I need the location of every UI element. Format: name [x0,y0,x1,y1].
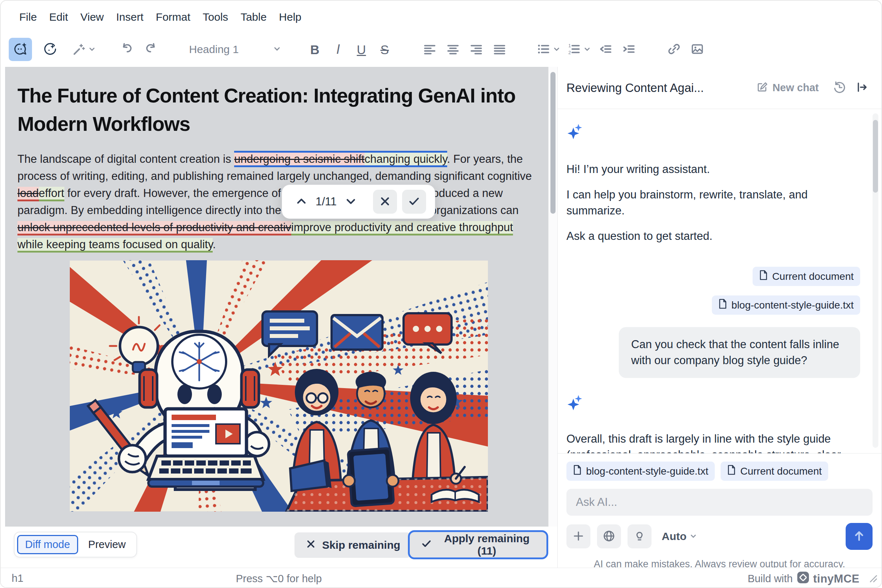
composer-chip-style-guide[interactable]: blog-content-style-guide.txt [566,462,715,481]
branding[interactable]: Build with tinyMCE [747,572,859,586]
indent-icon [621,41,637,58]
attach-button[interactable] [566,524,591,548]
collapse-panel-button[interactable] [851,80,873,95]
menu-help[interactable]: Help [273,8,308,26]
send-arrow-icon [852,529,866,544]
document-icon [759,270,768,283]
conversation-title: Reviewing Content Agai... [566,81,756,95]
assistant-message: I can help you brainstorm, rewrite, tran… [566,187,860,219]
link-icon [666,41,682,58]
italic-button[interactable]: I [326,38,350,61]
format-select[interactable]: Heading 1 [184,38,287,61]
context-chip-style-guide[interactable]: blog-content-style-guide.txt [712,296,860,315]
composer-chip-group: blog-content-style-guide.txt Current doc… [566,462,873,481]
resize-handle-icon[interactable] [868,573,877,584]
chevron-down-icon [344,194,358,209]
model-mode-select[interactable]: Auto [662,530,697,543]
editor-scrollbar-thumb[interactable] [550,72,556,214]
chat-scrollbar-thumb[interactable] [873,120,878,193]
new-chat-button[interactable]: New chat [756,80,819,95]
underline-icon: U [357,43,366,56]
diff-insertion[interactable]: effort [39,187,65,201]
ai-sparkle-icon [566,123,860,142]
diff-insertion-selected[interactable]: changing quickly [365,151,447,167]
link-button[interactable] [663,38,686,61]
chevron-down-icon [583,45,591,54]
send-button[interactable] [846,523,873,550]
check-icon [421,538,432,552]
ai-review-button[interactable] [39,38,62,61]
toolbar: Heading 1 B I U S [9,34,709,64]
align-center-button[interactable] [441,38,464,61]
magic-wand-icon [71,41,87,58]
menu-file[interactable]: File [13,8,43,26]
accept-change-button[interactable] [402,190,426,214]
plus-icon [572,530,585,544]
chat-history-button[interactable] [828,80,851,95]
accessibility-help-text: Press ⌥0 for help [1,572,557,585]
chat-scrollbar [873,113,878,448]
web-search-button[interactable] [597,524,621,548]
editor-scrollbar [548,67,557,526]
chip-label: Current document [772,271,853,282]
app-window: File Edit View Insert Format Tools Table… [0,0,882,588]
preview-toggle[interactable]: Preview [80,535,134,554]
next-change-button[interactable] [344,194,358,209]
globe-icon [602,529,616,544]
redo-button[interactable] [139,38,162,61]
bullet-list-icon [536,41,551,58]
assistant-header: Reviewing Content Agai... New chat [558,67,881,109]
tinymce-logo [797,572,809,586]
suggestions-button[interactable] [628,524,652,548]
diff-mode-toggle[interactable]: Diff mode [17,535,78,554]
menu-insert[interactable]: Insert [110,8,150,26]
numbered-list-button[interactable]: 1 2 [563,38,594,61]
ai-assistant-button[interactable] [9,38,32,61]
ai-assistant-panel: Reviewing Content Agai... New chat [558,67,881,568]
align-right-button[interactable] [464,38,488,61]
skip-remaining-button[interactable]: Skip remaining [295,532,411,558]
composer-toolbar: Auto [566,523,873,550]
menu-format[interactable]: Format [150,8,197,26]
indent-button[interactable] [618,38,641,61]
italic-icon: I [336,43,340,56]
reject-change-button[interactable] [373,190,397,214]
outdent-icon [598,41,613,58]
document-title: The Future of Content Creation: Integrat… [18,81,523,138]
document-illustration[interactable] [70,260,488,512]
statusbar: h1 Press ⌥0 for help Build with tinyMCE [1,568,881,587]
previous-change-button[interactable] [295,194,308,209]
image-button[interactable] [686,38,709,61]
ask-ai-input[interactable] [566,489,873,516]
bullet-list-button[interactable] [533,38,563,61]
chevron-up-icon [295,194,308,209]
context-chip-current-document[interactable]: Current document [753,267,860,286]
menu-view[interactable]: View [74,8,110,26]
numbered-list-icon: 1 2 [566,41,582,58]
justify-button[interactable] [488,38,511,61]
apply-remaining-button[interactable]: Apply remaining (11) [408,530,548,559]
menu-tools[interactable]: Tools [197,8,234,26]
diff-deletion-selected[interactable]: undergoing a seismic shift [234,151,364,167]
diff-deletion[interactable]: unlock unprecedented levels of productiv… [18,221,291,236]
editor-canvas[interactable]: The Future of Content Creation: Integrat… [5,67,548,526]
ai-shortcuts-button[interactable] [68,38,99,61]
chat-transcript: Hi! I’m your writing assistant. I can he… [558,109,881,453]
align-right-icon [469,41,484,58]
bold-button[interactable]: B [303,38,326,61]
chevron-down-icon [689,530,697,543]
underline-button[interactable]: U [350,38,373,61]
format-select-value: Heading 1 [189,43,239,56]
composer-chip-current-document[interactable]: Current document [721,462,828,481]
outdent-button[interactable] [594,38,618,61]
paragraph-text: The landscape of digital content creatio… [18,153,234,165]
skip-remaining-label: Skip remaining [322,539,400,551]
assistant-message: Overall, this draft is largely in line w… [566,431,860,453]
diff-deletion[interactable]: load [18,187,39,201]
menu-table[interactable]: Table [234,8,273,26]
menu-edit[interactable]: Edit [43,8,74,26]
align-left-button[interactable] [418,38,441,61]
undo-button[interactable] [116,38,139,61]
ai-review-icon [42,41,58,58]
strikethrough-button[interactable]: S [373,38,396,61]
